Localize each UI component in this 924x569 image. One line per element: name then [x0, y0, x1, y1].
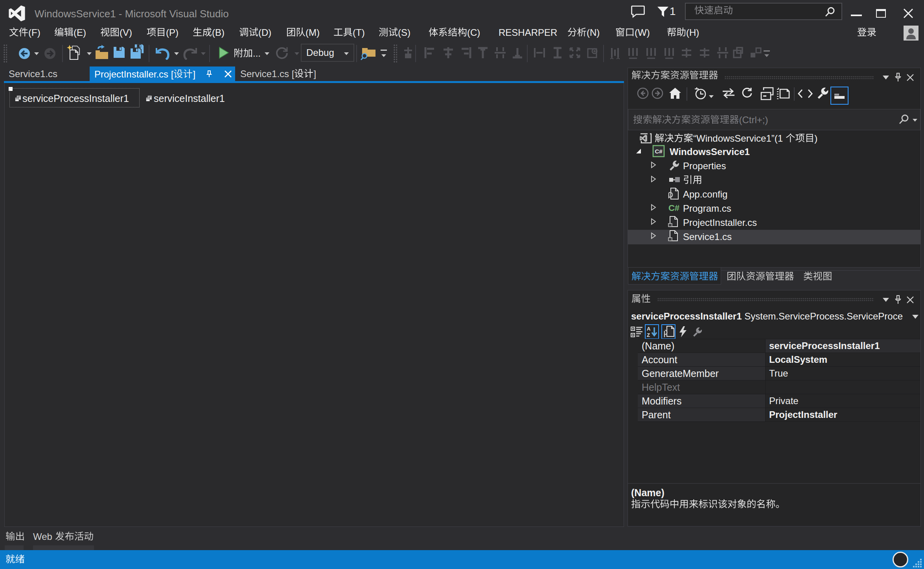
svg-text:Z: Z	[647, 332, 650, 338]
svg-text:A: A	[647, 326, 651, 332]
svg-text:C#: C#	[655, 148, 663, 155]
svg-text:C#: C#	[668, 203, 679, 213]
